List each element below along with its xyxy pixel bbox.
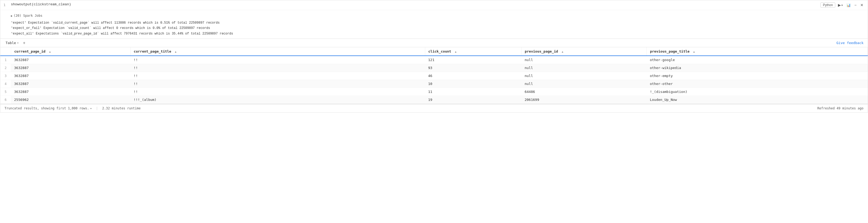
cell-row_num: 1 [0,56,11,64]
col-header-previous-page-title[interactable]: previous_page_title ▲ [647,47,868,56]
run-chevron-icon: ▾ [841,4,843,7]
cell-previous_page_title: other-other [647,80,868,88]
table-row: 62556962!!!_(album)192061699Louden_Up_No… [0,96,868,104]
table-header: current_page_id ▲ current_page_title ▲ c… [0,47,868,56]
runtime-text: 2.32 minutes runtime [102,107,141,110]
table-tab-label: Table [6,41,16,45]
collapse-icon: − [855,3,857,7]
table-footer: Truncated results, showing first 1,000 r… [0,104,868,112]
table-tab[interactable]: Table ▾ [4,40,20,45]
cell-click_count: 19 [425,96,522,104]
cell-previous_page_id: null [522,56,647,64]
sort-icon-previous-page-title: ▲ [693,50,695,53]
table-toolbar: Table ▾ + Give feedback [0,38,868,47]
spark-jobs-toggle[interactable]: (20) Spark Jobs [11,12,864,19]
cell-current_page_title: !! [130,88,425,96]
cell-current_page_id: 3632887 [11,64,130,72]
close-button[interactable]: ✕ [859,2,865,8]
cell-row_num: 5 [0,88,11,96]
output-line-1: 'expect' Expectation `valid_current_page… [11,20,864,26]
cell-row_num: 4 [0,80,11,88]
cell-click_count: 121 [425,56,522,64]
table-row: 53632887!!1164486!_(disambiguation) [0,88,868,96]
cell-row_num: 6 [0,96,11,104]
feedback-link[interactable]: Give feedback [836,41,864,45]
cell-row_num: 3 [0,72,11,80]
cell-current_page_id: 2556962 [11,96,130,104]
cell-current_page_title: !! [130,64,425,72]
close-icon: ✕ [860,3,864,7]
cell-previous_page_id: null [522,80,647,88]
output-section: (20) Spark Jobs 'expect' Expectation `va… [0,10,868,38]
col-header-click-count[interactable]: click_count ▲ [425,47,522,56]
cell-header: 1 showoutput(clickstream_clean) Python ▶… [0,0,868,10]
cell-previous_page_id: 64486 [522,88,647,96]
sort-icon-current-page-title: ▲ [175,50,177,53]
spark-jobs-label: (20) Spark Jobs [13,14,42,17]
chart-button[interactable]: 📊 [845,3,852,8]
refresh-text: Refreshed 49 minutes ago [817,107,864,110]
cell-current_page_title: !!!_(album) [130,96,425,104]
table-row: 43632887!!10nullother-other [0,80,868,88]
data-table-wrapper: current_page_id ▲ current_page_title ▲ c… [0,47,868,104]
cell-previous_page_id: null [522,72,647,80]
output-line-2: 'expect_or_fail' Expectation `valid_coun… [11,26,864,31]
table-body: 13632887!!121nullother-google23632887!!9… [0,56,868,104]
col-header-rownum [0,47,11,56]
output-line-3: 'expect_all' Expectations `valid_prev_pa… [11,31,864,36]
col-header-current-page-title[interactable]: current_page_title ▲ [130,47,425,56]
cell-previous_page_title: other-wikipedia [647,64,868,72]
table-row: 33632887!!46nullother-empty [0,72,868,80]
cell-click_count: 93 [425,64,522,72]
cell-click_count: 10 [425,80,522,88]
cell-previous_page_id: null [522,64,647,72]
cell-current_page_id: 3632887 [11,72,130,80]
run-icon: ▶ [838,3,841,7]
cell-previous_page_title: Louden_Up_Now [647,96,868,104]
cell-current_page_title: !! [130,56,425,64]
cell-controls: Python ▶ ▾ 📊 − ✕ [820,2,865,8]
header-row: current_page_id ▲ current_page_title ▲ c… [0,47,868,56]
truncated-info: Truncated results, showing first 1,000 r… [4,107,141,110]
cell-current_page_id: 3632887 [11,80,130,88]
sort-icon-previous-page-id: ▲ [562,50,563,53]
code-content: showoutput(clickstream_clean) [11,2,820,6]
table-row: 13632887!!121nullother-google [0,56,868,64]
table-tab-chevron-icon: ▾ [17,41,19,44]
chart-icon: 📊 [846,3,851,7]
run-button[interactable]: ▶ ▾ [837,2,844,8]
cell-row_num: 2 [0,64,11,72]
sort-icon-current-page-id: ▲ [49,50,51,53]
add-tab-button[interactable]: + [22,41,26,45]
truncated-text: Truncated results, showing first 1,000 r… [4,107,89,110]
col-header-previous-page-id[interactable]: previous_page_id ▲ [522,47,647,56]
cell-click_count: 46 [425,72,522,80]
collapse-button[interactable]: − [854,2,858,8]
table-row: 23632887!!93nullother-wikipedia [0,64,868,72]
data-table: current_page_id ▲ current_page_title ▲ c… [0,47,868,104]
line-number: 1 [3,2,7,7]
cell-click_count: 11 [425,88,522,96]
cell-current_page_id: 3632887 [11,56,130,64]
cell-current_page_title: !! [130,80,425,88]
cell-previous_page_id: 2061699 [522,96,647,104]
cell-previous_page_title: !_(disambiguation) [647,88,868,96]
cell-previous_page_title: other-empty [647,72,868,80]
footer-separator: | [96,107,98,110]
cell-current_page_id: 3632887 [11,88,130,96]
notebook-cell: 1 showoutput(clickstream_clean) Python ▶… [0,0,868,113]
truncated-chevron-icon[interactable]: ▾ [90,107,92,110]
cell-current_page_title: !! [130,72,425,80]
sort-icon-click-count: ▲ [455,50,456,53]
language-badge[interactable]: Python [820,2,835,8]
cell-previous_page_title: other-google [647,56,868,64]
col-header-current-page-id[interactable]: current_page_id ▲ [11,47,130,56]
output-text: 'expect' Expectation `valid_current_page… [11,19,864,38]
